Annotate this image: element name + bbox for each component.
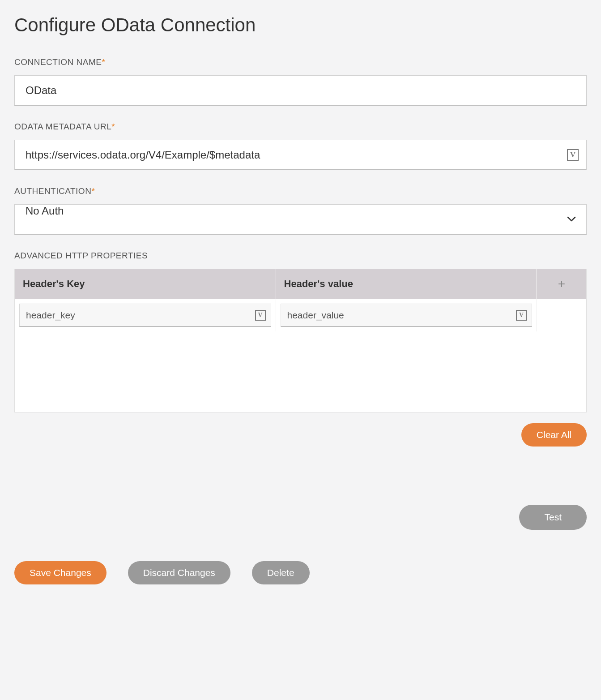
header-key-column: Header's Key <box>15 269 276 299</box>
delete-button[interactable]: Delete <box>252 561 310 584</box>
row-action-cell <box>537 299 586 331</box>
connection-name-group: CONNECTION NAME* <box>14 57 587 106</box>
authentication-select[interactable]: No Auth <box>14 204 587 235</box>
connection-name-label: CONNECTION NAME* <box>14 57 587 67</box>
authentication-label: AUTHENTICATION* <box>14 186 587 196</box>
metadata-url-label-text: ODATA METADATA URL <box>14 122 111 131</box>
header-key-input[interactable] <box>19 304 271 327</box>
required-asterisk: * <box>102 57 105 67</box>
test-button[interactable]: Test <box>519 505 587 530</box>
authentication-group: AUTHENTICATION* No Auth <box>14 186 587 235</box>
authentication-label-text: AUTHENTICATION <box>14 186 91 196</box>
discard-changes-button[interactable]: Discard Changes <box>128 561 230 584</box>
metadata-url-group: ODATA METADATA URL* V <box>14 122 587 170</box>
clear-all-button[interactable]: Clear All <box>521 423 587 447</box>
advanced-http-label: ADVANCED HTTP PROPERTIES <box>14 251 587 261</box>
table-empty-area <box>15 331 586 412</box>
connection-name-input[interactable] <box>14 75 587 106</box>
variable-icon[interactable]: V <box>567 149 579 161</box>
headers-table: Header's Key Header's value + V V <box>14 269 587 412</box>
metadata-url-label: ODATA METADATA URL* <box>14 122 587 132</box>
header-value-input[interactable] <box>281 304 533 327</box>
page-title: Configure OData Connection <box>14 14 587 36</box>
plus-icon: + <box>558 277 565 291</box>
save-changes-button[interactable]: Save Changes <box>14 561 107 584</box>
connection-name-label-text: CONNECTION NAME <box>14 57 102 67</box>
advanced-http-group: ADVANCED HTTP PROPERTIES Header's Key He… <box>14 251 587 447</box>
variable-icon[interactable]: V <box>516 310 527 321</box>
variable-icon[interactable]: V <box>255 310 266 321</box>
metadata-url-input[interactable] <box>14 140 587 170</box>
required-asterisk: * <box>111 122 115 131</box>
add-header-button[interactable]: + <box>537 269 586 299</box>
required-asterisk: * <box>91 186 95 196</box>
table-header: Header's Key Header's value + <box>15 269 586 299</box>
header-value-column: Header's value <box>276 269 537 299</box>
table-row: V V <box>15 299 586 331</box>
